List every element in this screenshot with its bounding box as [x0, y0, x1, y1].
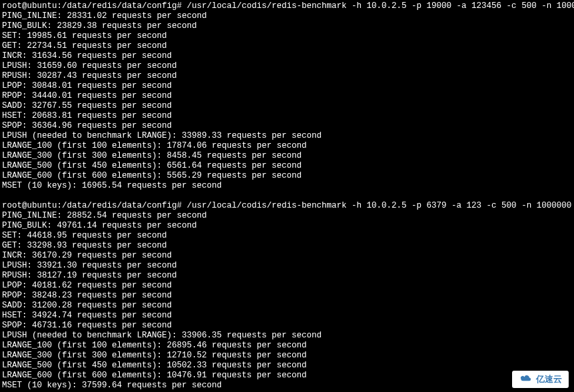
result-rpush-2: RPUSH: 38127.19 requests per second — [2, 271, 572, 281]
result-lpush-1: LPUSH: 31659.60 requests per second — [2, 61, 572, 71]
result-hset-2: HSET: 34924.74 requests per second — [2, 311, 572, 321]
prompt-line-2: root@ubuntu:/data/redis/data/config# /us… — [2, 201, 572, 211]
result-set-2: SET: 44618.95 requests per second — [2, 231, 572, 241]
watermark-badge: 亿速云 — [512, 371, 569, 388]
result-lrange-500-1: LRANGE_500 (first 450 elements): 6561.64… — [2, 161, 572, 171]
result-spop-1: SPOP: 36364.96 requests per second — [2, 121, 572, 131]
result-mset-2: MSET (10 keys): 37599.64 requests per se… — [2, 381, 572, 391]
result-sadd-1: SADD: 32767.55 requests per second — [2, 101, 572, 111]
terminal-output[interactable]: root@ubuntu:/data/redis/data/config# /us… — [2, 1, 572, 391]
result-lpush-2: LPUSH: 33921.30 requests per second — [2, 261, 572, 271]
cloud-icon — [519, 373, 532, 385]
result-get-1: GET: 22734.51 requests per second — [2, 41, 572, 51]
result-rpop-2: RPOP: 38248.23 requests per second — [2, 291, 572, 301]
result-hset-1: HSET: 20683.81 requests per second — [2, 111, 572, 121]
result-sadd-2: SADD: 31200.28 requests per second — [2, 301, 572, 311]
result-rpush-1: RPUSH: 30287.43 requests per second — [2, 71, 572, 81]
result-ping-inline-1: PING_INLINE: 28331.02 requests per secon… — [2, 11, 572, 21]
result-rpop-1: RPOP: 34440.01 requests per second — [2, 91, 572, 101]
result-lpush-lrange-2: LPUSH (needed to benchmark LRANGE): 3390… — [2, 331, 572, 341]
blank-line — [2, 191, 572, 201]
result-ping-inline-2: PING_INLINE: 28852.54 requests per secon… — [2, 211, 572, 221]
result-lrange-600-1: LRANGE_600 (first 600 elements): 5565.29… — [2, 171, 572, 181]
result-lrange-100-1: LRANGE_100 (first 100 elements): 17874.0… — [2, 141, 572, 151]
result-lrange-600-2: LRANGE_600 (first 600 elements): 10476.9… — [2, 371, 572, 381]
result-lpush-lrange-1: LPUSH (needed to benchmark LRANGE): 3398… — [2, 131, 572, 141]
result-lrange-100-2: LRANGE_100 (first 100 elements): 26895.4… — [2, 341, 572, 351]
result-incr-1: INCR: 31634.56 requests per second — [2, 51, 572, 61]
result-ping-bulk-1: PING_BULK: 23829.38 requests per second — [2, 21, 572, 31]
result-get-2: GET: 33298.93 requests per second — [2, 241, 572, 251]
result-lpop-2: LPOP: 40181.62 requests per second — [2, 281, 572, 291]
watermark-text: 亿速云 — [536, 374, 562, 385]
result-ping-bulk-2: PING_BULK: 49761.14 requests per second — [2, 221, 572, 231]
result-incr-2: INCR: 36170.29 requests per second — [2, 251, 572, 261]
result-lrange-300-2: LRANGE_300 (first 300 elements): 12710.5… — [2, 351, 572, 361]
result-lpop-1: LPOP: 30848.01 requests per second — [2, 81, 572, 91]
result-set-1: SET: 19985.61 requests per second — [2, 31, 572, 41]
result-spop-2: SPOP: 46731.16 requests per second — [2, 321, 572, 331]
result-mset-1: MSET (10 keys): 16965.54 requests per se… — [2, 181, 572, 191]
result-lrange-300-1: LRANGE_300 (first 300 elements): 8458.45… — [2, 151, 572, 161]
prompt-line-1: root@ubuntu:/data/redis/data/config# /us… — [2, 1, 572, 11]
result-lrange-500-2: LRANGE_500 (first 450 elements): 10502.3… — [2, 361, 572, 371]
